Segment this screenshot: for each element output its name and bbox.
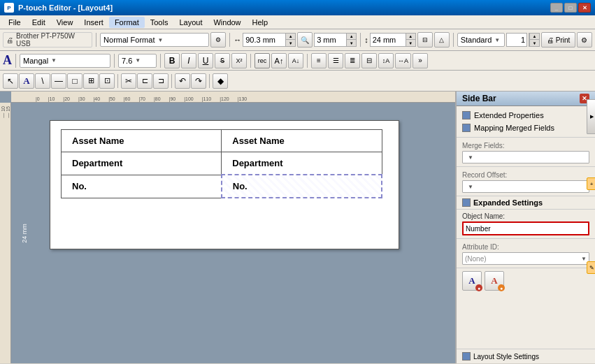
align-center-text-btn[interactable]: ☰ xyxy=(328,53,343,68)
layout-style-checkbox[interactable] xyxy=(462,352,471,361)
format-options-btn[interactable]: ⚙ xyxy=(210,32,226,48)
drawing-canvas[interactable]: 24 mm Asset Name Asset Name Department D… xyxy=(11,103,455,363)
ruler-tick: |120 xyxy=(220,96,229,101)
mapping-merged-checkbox[interactable] xyxy=(462,124,471,132)
height-input[interactable] xyxy=(371,34,406,46)
align-right-text-btn[interactable]: ≣ xyxy=(345,53,360,68)
side-panel-btn-1[interactable]: ▶ xyxy=(587,99,595,134)
attribute-id-dropdown[interactable]: (None) ▼ xyxy=(462,252,589,265)
minimize-button[interactable]: _ xyxy=(550,3,563,13)
mapping-merged-row[interactable]: Mapping Merged Fields xyxy=(462,122,589,134)
expanded-settings-checkbox[interactable] xyxy=(462,198,471,207)
height-up[interactable]: ▲ xyxy=(406,34,415,40)
copy-tool[interactable]: ⊏ xyxy=(137,73,152,89)
menu-insert[interactable]: Insert xyxy=(78,17,109,28)
select-tool[interactable]: ↖ xyxy=(3,73,18,89)
frame-tool[interactable]: ⊡ xyxy=(99,73,115,89)
sep3 xyxy=(360,33,361,47)
print-options-btn[interactable]: ⚙ xyxy=(577,32,592,48)
line-tool[interactable]: \ xyxy=(35,73,50,89)
menu-tools[interactable]: Tools xyxy=(145,17,174,28)
align-left-btn[interactable]: ⊟ xyxy=(417,32,433,48)
object-name-input[interactable] xyxy=(462,221,589,235)
text-color-btn[interactable]: A ● xyxy=(485,271,504,291)
table-row: No. No. xyxy=(62,175,382,198)
format-dropdown[interactable]: Normal Format ▼ xyxy=(100,33,209,47)
more-btn[interactable]: » xyxy=(413,53,428,68)
align-left-text-btn[interactable]: ≡ xyxy=(311,53,327,68)
layout-style-label: Layout Style Settings xyxy=(473,353,539,361)
attribute-id-value: (None) xyxy=(465,255,487,263)
margin-down[interactable]: ▼ xyxy=(346,40,356,46)
vertical-text-btn[interactable]: ↕A xyxy=(378,53,394,68)
font-dropdown[interactable]: Mangal ▼ xyxy=(20,54,110,68)
color-btn-badge: ● xyxy=(498,284,505,291)
side-panel-btn-2[interactable]: + xyxy=(587,177,595,190)
record-btn[interactable]: rec xyxy=(255,53,270,68)
align-right-btn[interactable]: △ xyxy=(434,32,450,48)
sep2 xyxy=(229,33,230,47)
height-down[interactable]: ▼ xyxy=(406,40,415,46)
sidebar-icon-buttons: A ● A ● xyxy=(457,268,595,293)
window-controls[interactable]: _ □ ✕ xyxy=(550,3,591,13)
font-size-up-btn[interactable]: A↑ xyxy=(271,53,287,68)
label-table: Asset Name Asset Name Department Departm… xyxy=(61,129,382,198)
width-spinbox[interactable]: ▲ ▼ xyxy=(243,33,296,47)
redo-tool[interactable]: ↷ xyxy=(191,73,206,89)
record-offset-dropdown[interactable]: ▼ xyxy=(462,180,589,193)
size-dropdown[interactable]: 7.6 ▼ xyxy=(118,54,157,68)
maximize-button[interactable]: □ xyxy=(564,3,577,13)
width-up-arrow[interactable]: ▲ xyxy=(285,34,295,40)
canvas-area: |0 |10 |20 |30 |40 |50 |60 |70 |80 |90 |… xyxy=(0,92,455,363)
paste-tool[interactable]: ⊐ xyxy=(153,73,169,89)
printer-selector[interactable]: 🖨 Brother PT-P750W USB xyxy=(3,32,92,48)
zoom-btn[interactable]: 🔍 xyxy=(297,32,313,48)
menu-format[interactable]: Format xyxy=(109,17,145,28)
margin-up[interactable]: ▲ xyxy=(346,34,356,40)
menu-file[interactable]: File xyxy=(3,17,27,28)
rect-tool[interactable]: □ xyxy=(67,73,83,89)
standard-dropdown[interactable]: Standard ▼ xyxy=(457,33,505,47)
italic-button[interactable]: I xyxy=(181,53,196,68)
font-style-btn[interactable]: A ● xyxy=(462,271,482,291)
margin-spinbox[interactable]: ▲ ▼ xyxy=(314,33,357,47)
width-input[interactable] xyxy=(243,34,285,46)
side-panel-btn-3[interactable]: ✎ xyxy=(587,261,595,274)
print-button[interactable]: 🖨 Print xyxy=(541,32,575,48)
bold-button[interactable]: B xyxy=(164,53,180,68)
undo-tool[interactable]: ↶ xyxy=(175,73,190,89)
margin-input[interactable] xyxy=(315,34,346,46)
fill-tool[interactable]: ◆ xyxy=(213,73,228,89)
attribute-id-section: Attribute ID: (None) ▼ xyxy=(457,239,595,268)
merge-fields-dropdown[interactable]: ▼ xyxy=(462,151,589,163)
close-button[interactable]: ✕ xyxy=(578,3,591,13)
menu-window[interactable]: Window xyxy=(208,17,246,28)
count-up[interactable]: ▲ xyxy=(529,34,539,40)
font-size-down-btn[interactable]: A↓ xyxy=(288,53,303,68)
count-down[interactable]: ▼ xyxy=(529,40,539,46)
justify-text-btn[interactable]: ⊟ xyxy=(361,53,377,68)
sidebar: Side Bar ✕ Extended Properties Mapping M… xyxy=(455,92,595,363)
height-icon: ↕ xyxy=(364,36,368,44)
extended-props-checkbox[interactable] xyxy=(462,111,471,119)
menu-help[interactable]: Help xyxy=(247,17,274,28)
table-tool[interactable]: ⊞ xyxy=(83,73,99,89)
copy-count[interactable] xyxy=(506,33,527,47)
cell-no-value[interactable]: No. xyxy=(222,175,382,198)
horizontal-text-btn[interactable]: ↔A xyxy=(395,53,411,68)
ruler-tick: |0 xyxy=(36,96,40,101)
strikethrough-button[interactable]: S̶ xyxy=(215,53,230,68)
menu-edit[interactable]: Edit xyxy=(27,17,51,28)
width-down-arrow[interactable]: ▼ xyxy=(285,40,295,46)
menu-view[interactable]: View xyxy=(51,17,79,28)
text-tool[interactable]: A xyxy=(19,73,34,89)
printer-name: Brother PT-P750W USB xyxy=(16,32,89,48)
extended-properties-row[interactable]: Extended Properties xyxy=(462,109,589,122)
line-h-tool[interactable]: — xyxy=(51,73,66,89)
superscript-button[interactable]: X² xyxy=(231,53,247,68)
underline-button[interactable]: U xyxy=(198,53,213,68)
menu-layout[interactable]: Layout xyxy=(173,17,208,28)
cut-tool[interactable]: ✂ xyxy=(121,73,136,89)
height-spinbox[interactable]: ▲ ▼ xyxy=(370,33,416,47)
attribute-id-label: Attribute ID: xyxy=(462,242,589,252)
